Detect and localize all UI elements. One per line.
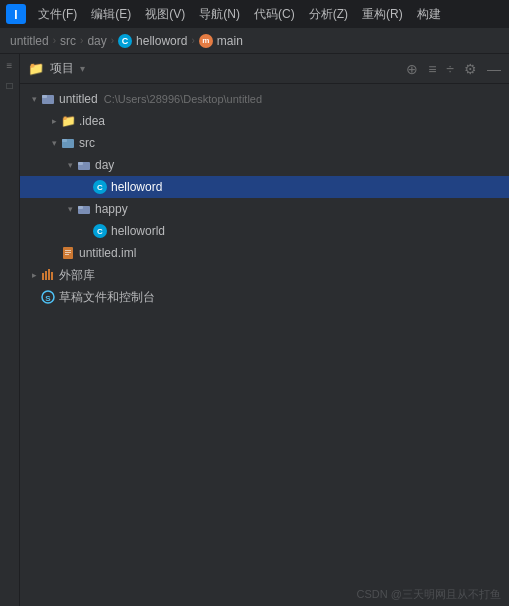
side-icon-bar: ≡ □ — [0, 54, 20, 606]
tree-icon-iml — [60, 245, 76, 261]
panel-dropdown-arrow[interactable]: ▾ — [80, 63, 85, 74]
svg-rect-7 — [78, 162, 83, 165]
svg-rect-16 — [48, 269, 50, 280]
tree-item-helloword[interactable]: C helloword — [20, 176, 509, 198]
panel-title: 项目 — [50, 60, 74, 77]
menu-file[interactable]: 文件(F) — [32, 4, 83, 25]
panel-settings-btn[interactable]: ⚙ — [464, 61, 477, 77]
tree-item-day[interactable]: day — [20, 154, 509, 176]
workspace: ≡ □ 📁 项目 ▾ ⊕ ≡ ÷ ⚙ — — [0, 54, 509, 606]
panel-actions: ⊕ ≡ ÷ ⚙ — — [406, 61, 501, 77]
breadcrumb-day[interactable]: day — [87, 34, 106, 48]
tree-label-day: day — [95, 158, 114, 172]
tree-icon-helloword: C — [92, 179, 108, 195]
menu-build[interactable]: 构建 — [411, 4, 447, 25]
svg-rect-17 — [51, 272, 53, 280]
tree-path-untitled: C:\Users\28996\Desktop\untitled — [104, 93, 262, 105]
tree-label-iml: untitled.iml — [79, 246, 136, 260]
file-tree: untitled C:\Users\28996\Desktop\untitled… — [20, 84, 509, 606]
panel-header: 📁 项目 ▾ ⊕ ≡ ÷ ⚙ — — [20, 54, 509, 84]
panel-minimize-btn[interactable]: — — [487, 61, 501, 77]
breadcrumb-src[interactable]: src — [60, 34, 76, 48]
breadcrumb-untitled[interactable]: untitled — [10, 34, 49, 48]
tree-arrow-src — [48, 137, 60, 149]
tree-arrow-untitled — [28, 93, 40, 105]
tree-item-src[interactable]: src — [20, 132, 509, 154]
menu-code[interactable]: 代码(C) — [248, 4, 301, 25]
menu-refactor[interactable]: 重构(R) — [356, 4, 409, 25]
menu-analyze[interactable]: 分析(Z) — [303, 4, 354, 25]
tree-arrow-day — [64, 159, 76, 171]
tree-item-idea[interactable]: 📁 .idea — [20, 110, 509, 132]
svg-rect-9 — [78, 206, 83, 209]
svg-rect-14 — [42, 273, 44, 280]
tree-label-untitled: untitled — [59, 92, 98, 106]
breadcrumb-sep-4: › — [191, 35, 194, 46]
tree-item-helloworld[interactable]: C helloworld — [20, 220, 509, 242]
tree-label-scratch: 草稿文件和控制台 — [59, 289, 155, 306]
tree-label-helloworld: helloworld — [111, 224, 165, 238]
breadcrumb-sep-2: › — [80, 35, 83, 46]
tree-label-extlib: 外部库 — [59, 267, 95, 284]
breadcrumb: untitled › src › day › C helloword › m m… — [0, 28, 509, 54]
tree-arrow-idea — [48, 115, 60, 127]
tree-item-extlib[interactable]: 外部库 — [20, 264, 509, 286]
tree-icon-idea: 📁 — [60, 113, 76, 129]
tree-icon-happy — [76, 201, 92, 217]
tree-item-scratch[interactable]: S 草稿文件和控制台 — [20, 286, 509, 308]
menu-edit[interactable]: 编辑(E) — [85, 4, 137, 25]
watermark: CSDN @三天明网且从不打鱼 — [357, 587, 501, 602]
tree-label-src: src — [79, 136, 95, 150]
project-panel: 📁 项目 ▾ ⊕ ≡ ÷ ⚙ — — [20, 54, 509, 606]
panel-list-btn[interactable]: ≡ — [428, 61, 436, 77]
java-file-icon: C — [93, 180, 107, 194]
breadcrumb-main[interactable]: main — [217, 34, 243, 48]
breadcrumb-helloword[interactable]: helloword — [136, 34, 187, 48]
menu-navigate[interactable]: 导航(N) — [193, 4, 246, 25]
tree-icon-scratch: S — [40, 289, 56, 305]
tree-icon-src — [60, 135, 76, 151]
tree-arrow-extlib — [28, 269, 40, 281]
svg-text:I: I — [14, 8, 17, 22]
tree-label-idea: .idea — [79, 114, 105, 128]
tree-icon-day — [76, 157, 92, 173]
tree-item-iml[interactable]: untitled.iml — [20, 242, 509, 264]
svg-rect-15 — [45, 271, 47, 280]
panel-add-btn[interactable]: ⊕ — [406, 61, 418, 77]
breadcrumb-main-icon: m — [199, 34, 213, 48]
svg-text:S: S — [45, 294, 51, 303]
svg-rect-5 — [62, 139, 67, 142]
svg-rect-13 — [65, 254, 69, 255]
menu-bar: I 文件(F) 编辑(E) 视图(V) 导航(N) 代码(C) 分析(Z) 重构… — [0, 0, 509, 28]
panel-folder-icon: 📁 — [28, 61, 44, 76]
svg-rect-11 — [65, 250, 71, 251]
tree-label-helloword: helloword — [111, 180, 162, 194]
tree-icon-extlib — [40, 267, 56, 283]
app-logo: I — [6, 4, 26, 24]
tree-label-happy: happy — [95, 202, 128, 216]
tree-icon-project — [40, 91, 56, 107]
tree-arrow-happy — [64, 203, 76, 215]
panel-split-btn[interactable]: ÷ — [446, 61, 454, 77]
breadcrumb-java-icon: C — [118, 34, 132, 48]
tree-item-happy[interactable]: happy — [20, 198, 509, 220]
side-icon-1: ≡ — [3, 58, 17, 72]
menu-view[interactable]: 视图(V) — [139, 4, 191, 25]
breadcrumb-sep-3: › — [111, 35, 114, 46]
svg-rect-3 — [42, 95, 47, 98]
side-icon-2: □ — [3, 78, 17, 92]
tree-item-untitled[interactable]: untitled C:\Users\28996\Desktop\untitled — [20, 88, 509, 110]
svg-rect-12 — [65, 252, 71, 253]
java-file-icon-2: C — [93, 224, 107, 238]
tree-icon-helloworld: C — [92, 223, 108, 239]
breadcrumb-sep-1: › — [53, 35, 56, 46]
